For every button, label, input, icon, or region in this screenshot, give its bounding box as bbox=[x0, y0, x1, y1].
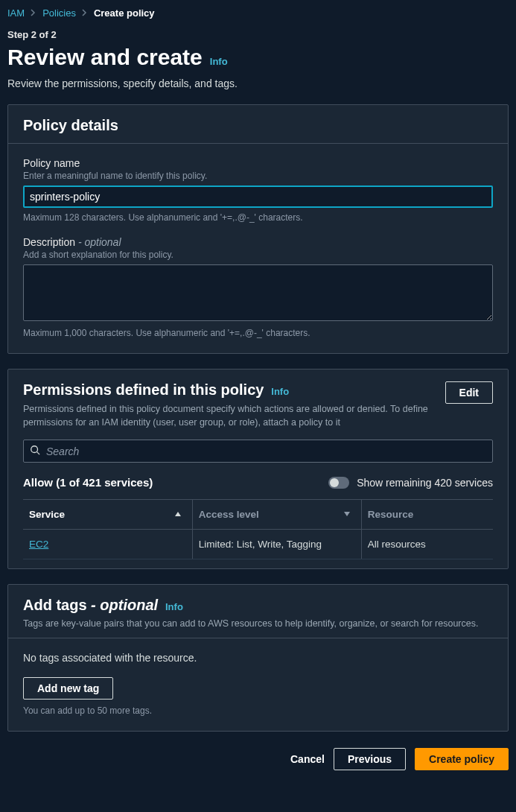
breadcrumb: IAM Policies Create policy bbox=[7, 6, 509, 25]
col-access-level[interactable]: Access level bbox=[192, 500, 361, 530]
tags-panel: Add tags - optional Info Tags are key-va… bbox=[7, 584, 509, 732]
permissions-info-link[interactable]: Info bbox=[271, 386, 289, 397]
description-label: Description - optional bbox=[23, 236, 493, 248]
description-constraint: Maximum 1,000 characters. Use alphanumer… bbox=[23, 328, 493, 338]
tags-heading: Add tags - optional bbox=[23, 597, 158, 614]
policy-name-hint: Enter a meaningful name to identify this… bbox=[23, 171, 493, 181]
resource-cell: All resources bbox=[361, 530, 493, 559]
tags-description: Tags are key-value pairs that you can ad… bbox=[23, 618, 493, 629]
show-remaining-label: Show remaining 420 services bbox=[357, 477, 493, 489]
page-info-link[interactable]: Info bbox=[210, 56, 228, 67]
policy-details-panel: Policy details Policy name Enter a meani… bbox=[7, 104, 509, 354]
description-textarea[interactable] bbox=[23, 264, 493, 321]
tags-empty-text: No tags associated with the resource. bbox=[23, 652, 493, 664]
step-indicator: Step 2 of 2 bbox=[7, 29, 509, 40]
policy-name-label: Policy name bbox=[23, 157, 493, 169]
previous-button[interactable]: Previous bbox=[334, 748, 406, 770]
footer-actions: Cancel Previous Create policy bbox=[7, 748, 509, 770]
permissions-heading: Permissions defined in this policy bbox=[23, 381, 264, 399]
edit-button[interactable]: Edit bbox=[445, 381, 493, 404]
permissions-search[interactable] bbox=[23, 440, 493, 463]
policy-name-constraint: Maximum 128 characters. Use alphanumeric… bbox=[23, 212, 493, 223]
page-subtitle: Review the permissions, specify details,… bbox=[7, 77, 509, 89]
sort-asc-icon bbox=[174, 509, 182, 520]
permissions-search-input[interactable] bbox=[46, 445, 486, 457]
access-level-cell: Limited: List, Write, Tagging bbox=[192, 530, 361, 559]
description-hint: Add a short explanation for this policy. bbox=[23, 250, 493, 260]
allow-summary: Allow (1 of 421 services) bbox=[23, 476, 153, 489]
page-title: Review and create bbox=[7, 45, 203, 70]
search-icon bbox=[30, 445, 40, 457]
policy-details-heading: Policy details bbox=[23, 117, 118, 134]
breadcrumb-policies[interactable]: Policies bbox=[42, 7, 76, 19]
add-tag-button[interactable]: Add new tag bbox=[23, 677, 113, 700]
permissions-table: Service Access level Resource bbox=[23, 499, 493, 559]
chevron-right-icon bbox=[82, 7, 88, 19]
col-service[interactable]: Service bbox=[23, 500, 192, 530]
create-policy-button[interactable]: Create policy bbox=[415, 748, 509, 770]
tags-info-link[interactable]: Info bbox=[165, 601, 183, 612]
table-row: EC2 Limited: List, Write, Tagging All re… bbox=[23, 530, 493, 559]
svg-line-1 bbox=[37, 452, 40, 455]
permissions-description: Permissions defined in this policy docum… bbox=[23, 403, 445, 429]
service-link-ec2[interactable]: EC2 bbox=[29, 539, 48, 550]
chevron-right-icon bbox=[31, 7, 36, 19]
svg-point-0 bbox=[31, 446, 38, 453]
policy-name-input[interactable] bbox=[23, 185, 493, 208]
breadcrumb-iam[interactable]: IAM bbox=[7, 7, 25, 19]
tags-footnote: You can add up to 50 more tags. bbox=[23, 705, 493, 716]
col-resource[interactable]: Resource bbox=[361, 500, 493, 530]
cancel-button[interactable]: Cancel bbox=[290, 753, 325, 765]
permissions-panel: Permissions defined in this policy Info … bbox=[7, 369, 509, 569]
show-remaining-toggle[interactable] bbox=[328, 477, 349, 489]
sort-desc-icon bbox=[343, 509, 351, 520]
breadcrumb-current: Create policy bbox=[94, 7, 155, 19]
